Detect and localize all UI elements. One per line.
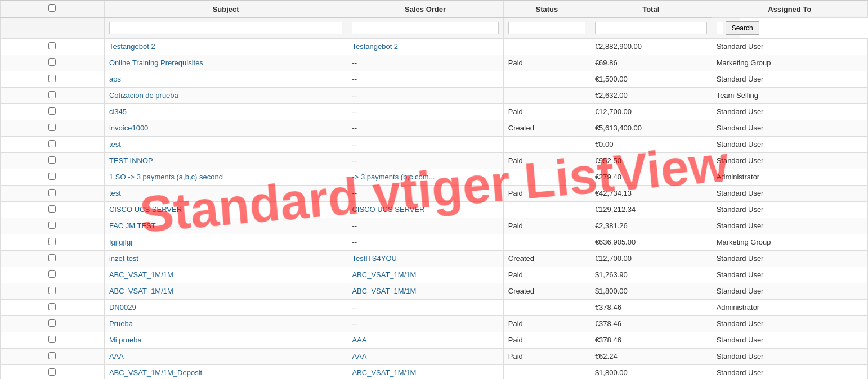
row-checkbox[interactable] (48, 303, 56, 310)
subject-link[interactable]: ci345 (109, 107, 127, 116)
table-row: DN0029--€378.46Administrator (1, 299, 868, 315)
row-checkbox[interactable] (48, 368, 56, 376)
subject-link[interactable]: Online Training Prerequisites (109, 58, 203, 67)
row-checkbox[interactable] (48, 58, 56, 66)
row-sales-cell: -> 3 payments (b,c com... (347, 169, 503, 185)
check-all-header[interactable] (1, 1, 105, 17)
subject-link[interactable]: Mi prueba (109, 336, 142, 344)
row-sales-cell: -- (347, 218, 503, 234)
subject-link[interactable]: AAA (109, 352, 124, 360)
row-sales-cell: TestITS4YOU (347, 250, 503, 267)
sales-order-link[interactable]: -> 3 payments (b,c com... (352, 173, 435, 181)
sales-order-link[interactable]: CISCO UCS SERVER (352, 205, 424, 214)
subject-link[interactable]: invoice1000 (109, 124, 148, 132)
row-checkbox[interactable] (48, 140, 56, 147)
subject-link[interactable]: 1 SO -> 3 payments (a,b,c) second (109, 173, 223, 181)
row-checkbox[interactable] (48, 107, 56, 115)
check-all-checkbox[interactable] (48, 4, 56, 12)
row-sales-cell: -- (347, 299, 503, 315)
subject-link[interactable]: TEST INNOP (109, 156, 153, 165)
row-subject-cell: AAA (104, 348, 347, 364)
row-total-cell: €69.86 (590, 55, 712, 71)
table-row: AAAAAAPaid€62.24Standard User (1, 348, 868, 364)
subject-link[interactable]: aos (109, 75, 121, 83)
row-checkbox[interactable] (48, 75, 56, 82)
row-total-cell: €129,212.34 (590, 201, 712, 218)
subject-link[interactable]: DN0029 (109, 303, 136, 312)
row-total-cell: €636,905.00 (590, 234, 712, 250)
subject-link[interactable]: test (109, 189, 121, 197)
subject-link[interactable]: ABC_VSAT_1M/1M (109, 287, 173, 295)
table-row: TEST INNOP--Paid€952.50Standard User (1, 152, 868, 169)
row-checkbox[interactable] (48, 222, 56, 229)
sales-order-link[interactable]: ABC_VSAT_1M/1M (352, 368, 416, 377)
row-assigned-cell: Standard User (712, 201, 867, 218)
filter-status-input[interactable] (508, 22, 585, 34)
subject-link[interactable]: FAC JM TEST (109, 222, 156, 230)
row-checkbox[interactable] (48, 42, 56, 49)
row-assigned-cell: Standard User (712, 348, 867, 364)
table-row: Prueba--Paid€378.46Standard User (1, 315, 868, 332)
row-status-cell: Paid (503, 315, 590, 332)
row-checkbox[interactable] (48, 319, 56, 327)
sales-order-link[interactable]: ABC_VSAT_1M/1M (352, 270, 416, 279)
sales-order-link[interactable]: AAA (352, 352, 366, 360)
subject-link[interactable]: Testangebot 2 (109, 42, 155, 51)
subject-link[interactable]: inzet test (109, 254, 138, 263)
table-row: FAC JM TEST--Paid€2,381.26Standard User (1, 218, 868, 234)
row-checkbox[interactable] (48, 124, 56, 131)
row-status-cell: Created (503, 120, 590, 136)
filter-subject-input[interactable] (109, 22, 342, 34)
row-subject-cell: CISCO UCS SERVER (104, 201, 347, 218)
filter-sales-input[interactable] (352, 22, 498, 34)
row-total-cell: €5,613,400.00 (590, 120, 712, 136)
row-check-cell (1, 136, 105, 152)
search-button[interactable]: Search (726, 21, 759, 35)
row-checkbox[interactable] (48, 91, 56, 98)
row-check-cell (1, 185, 105, 201)
subject-link[interactable]: CISCO UCS SERVER (109, 205, 182, 214)
row-checkbox[interactable] (48, 352, 56, 359)
row-total-cell: €12,700.00 (590, 250, 712, 267)
subject-link[interactable]: Cotización de prueba (109, 91, 178, 100)
sales-order-link[interactable]: ABC_VSAT_1M/1M (352, 287, 416, 295)
row-checkbox[interactable] (48, 238, 56, 245)
subject-link[interactable]: ABC_VSAT_1M/1M_Deposit (109, 368, 202, 377)
subject-link[interactable]: fgjfgjfgj (109, 238, 132, 246)
table-row: Online Training Prerequisites--Paid€69.8… (1, 55, 868, 71)
row-checkbox[interactable] (48, 189, 56, 196)
row-total-cell: €2,882,900.00 (590, 38, 712, 55)
row-total-cell: €378.46 (590, 299, 712, 315)
row-assigned-cell: Standard User (712, 315, 867, 332)
row-status-cell: Paid (503, 55, 590, 71)
row-checkbox[interactable] (48, 173, 56, 180)
sales-order-link[interactable]: Testangebot 2 (352, 42, 398, 51)
filter-total-input[interactable] (595, 22, 707, 34)
row-sales-cell: -- (347, 103, 503, 120)
subject-link[interactable]: ABC_VSAT_1M/1M (109, 270, 173, 279)
filter-assigned-input[interactable] (717, 22, 723, 34)
subject-link[interactable]: test (109, 140, 121, 148)
row-checkbox[interactable] (48, 156, 56, 164)
row-assigned-cell: Standard User (712, 332, 867, 348)
row-subject-cell: Online Training Prerequisites (104, 55, 347, 71)
row-checkbox[interactable] (48, 254, 56, 261)
filter-check-cell (1, 17, 105, 38)
row-checkbox[interactable] (48, 336, 56, 343)
row-check-cell (1, 250, 105, 267)
table-row: aos--€1,500.00Standard User (1, 71, 868, 87)
row-subject-cell: ABC_VSAT_1M/1M (104, 267, 347, 283)
sales-order-link[interactable]: AAA (352, 336, 366, 344)
table-row: Mi pruebaAAAPaid€378.46Standard User (1, 332, 868, 348)
row-total-cell: $1,263.90 (590, 267, 712, 283)
row-checkbox[interactable] (48, 205, 56, 213)
row-assigned-cell: Administrator (712, 169, 867, 185)
row-assigned-cell: Standard User (712, 152, 867, 169)
row-sales-cell: AAA (347, 332, 503, 348)
row-assigned-cell: Marketing Group (712, 55, 867, 71)
subject-link[interactable]: Prueba (109, 319, 133, 328)
row-total-cell: €2,632.00 (590, 87, 712, 103)
row-checkbox[interactable] (48, 287, 56, 294)
row-checkbox[interactable] (48, 270, 56, 278)
sales-order-link[interactable]: TestITS4YOU (352, 254, 396, 263)
